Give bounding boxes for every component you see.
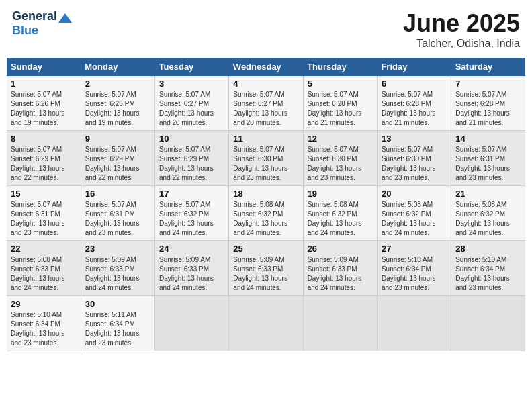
title-area: June 2025 Talcher, Odisha, India [403, 9, 520, 50]
calendar-row: 1 Sunrise: 5:07 AMSunset: 6:26 PMDayligh… [7, 76, 525, 131]
day-detail: Sunrise: 5:07 AMSunset: 6:29 PMDaylight:… [85, 146, 140, 181]
day-detail: Sunrise: 5:07 AMSunset: 6:30 PMDaylight:… [382, 146, 436, 181]
day-number: 8 [11, 134, 77, 144]
day-detail: Sunrise: 5:10 AMSunset: 6:34 PMDaylight:… [455, 256, 510, 291]
table-row: 9 Sunrise: 5:07 AMSunset: 6:29 PMDayligh… [81, 131, 154, 186]
day-number: 9 [85, 134, 150, 144]
logo-blue: Blue [12, 24, 38, 38]
calendar-row: 22 Sunrise: 5:08 AMSunset: 6:33 PMDaylig… [7, 241, 525, 296]
table-row [155, 296, 229, 351]
day-detail: Sunrise: 5:07 AMSunset: 6:28 PMDaylight:… [382, 91, 436, 126]
day-detail: Sunrise: 5:07 AMSunset: 6:28 PMDaylight:… [308, 91, 362, 126]
table-row: 10 Sunrise: 5:07 AMSunset: 6:29 PMDaylig… [155, 131, 229, 186]
calendar-table: Sunday Monday Tuesday Wednesday Thursday… [7, 58, 525, 351]
day-detail: Sunrise: 5:09 AMSunset: 6:33 PMDaylight:… [159, 256, 214, 291]
header-row: Sunday Monday Tuesday Wednesday Thursday… [7, 58, 525, 76]
day-number: 17 [159, 189, 224, 199]
table-row: 8 Sunrise: 5:07 AMSunset: 6:29 PMDayligh… [7, 131, 81, 186]
calendar-row: 15 Sunrise: 5:07 AMSunset: 6:31 PMDaylig… [7, 186, 525, 241]
day-detail: Sunrise: 5:07 AMSunset: 6:31 PMDaylight:… [85, 201, 140, 236]
day-number: 21 [455, 189, 521, 199]
logo-general: General [12, 9, 57, 24]
day-number: 3 [159, 79, 224, 89]
day-number: 12 [308, 134, 373, 144]
table-row: 20 Sunrise: 5:08 AMSunset: 6:32 PMDaylig… [377, 186, 451, 241]
table-row: 1 Sunrise: 5:07 AMSunset: 6:26 PMDayligh… [7, 76, 81, 131]
day-number: 16 [85, 189, 150, 199]
svg-marker-0 [58, 13, 72, 23]
table-row: 27 Sunrise: 5:10 AMSunset: 6:34 PMDaylig… [377, 241, 451, 296]
day-number: 19 [308, 189, 373, 199]
table-row: 19 Sunrise: 5:08 AMSunset: 6:32 PMDaylig… [303, 186, 377, 241]
day-detail: Sunrise: 5:07 AMSunset: 6:29 PMDaylight:… [159, 146, 214, 181]
table-row: 11 Sunrise: 5:07 AMSunset: 6:30 PMDaylig… [229, 131, 303, 186]
day-detail: Sunrise: 5:07 AMSunset: 6:31 PMDaylight:… [11, 201, 65, 236]
day-number: 27 [382, 244, 447, 254]
day-detail: Sunrise: 5:07 AMSunset: 6:27 PMDaylight:… [159, 91, 214, 126]
day-number: 26 [308, 244, 373, 254]
day-detail: Sunrise: 5:07 AMSunset: 6:30 PMDaylight:… [308, 146, 362, 181]
logo: General Blue [12, 9, 72, 38]
col-monday: Monday [81, 58, 154, 76]
table-row: 15 Sunrise: 5:07 AMSunset: 6:31 PMDaylig… [7, 186, 81, 241]
day-number: 6 [382, 79, 447, 89]
day-number: 23 [85, 244, 150, 254]
col-saturday: Saturday [451, 58, 525, 76]
header: General Blue June 2025 Talcher, Odisha, … [7, 7, 525, 52]
day-number: 15 [11, 189, 77, 199]
table-row: 22 Sunrise: 5:08 AMSunset: 6:33 PMDaylig… [7, 241, 81, 296]
col-tuesday: Tuesday [155, 58, 229, 76]
day-detail: Sunrise: 5:09 AMSunset: 6:33 PMDaylight:… [308, 256, 362, 291]
table-row [377, 296, 451, 351]
table-row: 17 Sunrise: 5:07 AMSunset: 6:32 PMDaylig… [155, 186, 229, 241]
table-row: 6 Sunrise: 5:07 AMSunset: 6:28 PMDayligh… [377, 76, 451, 131]
day-number: 25 [233, 244, 298, 254]
table-row: 7 Sunrise: 5:07 AMSunset: 6:28 PMDayligh… [451, 76, 525, 131]
day-detail: Sunrise: 5:11 AMSunset: 6:34 PMDaylight:… [85, 311, 140, 347]
day-detail: Sunrise: 5:07 AMSunset: 6:32 PMDaylight:… [159, 201, 214, 236]
day-number: 30 [85, 299, 150, 309]
day-detail: Sunrise: 5:07 AMSunset: 6:28 PMDaylight:… [455, 91, 510, 126]
table-row: 24 Sunrise: 5:09 AMSunset: 6:33 PMDaylig… [155, 241, 229, 296]
table-row: 3 Sunrise: 5:07 AMSunset: 6:27 PMDayligh… [155, 76, 229, 131]
table-row: 23 Sunrise: 5:09 AMSunset: 6:33 PMDaylig… [81, 241, 154, 296]
day-number: 5 [308, 79, 373, 89]
table-row: 29 Sunrise: 5:10 AMSunset: 6:34 PMDaylig… [7, 296, 81, 351]
table-row: 12 Sunrise: 5:07 AMSunset: 6:30 PMDaylig… [303, 131, 377, 186]
calendar-row: 29 Sunrise: 5:10 AMSunset: 6:34 PMDaylig… [7, 296, 525, 351]
day-detail: Sunrise: 5:10 AMSunset: 6:34 PMDaylight:… [11, 311, 65, 347]
logo-icon [58, 13, 72, 23]
day-number: 29 [11, 299, 77, 309]
col-sunday: Sunday [7, 58, 81, 76]
day-detail: Sunrise: 5:07 AMSunset: 6:26 PMDaylight:… [11, 91, 65, 126]
day-number: 2 [85, 79, 150, 89]
table-row: 13 Sunrise: 5:07 AMSunset: 6:30 PMDaylig… [377, 131, 451, 186]
day-detail: Sunrise: 5:10 AMSunset: 6:34 PMDaylight:… [382, 256, 436, 291]
table-row: 5 Sunrise: 5:07 AMSunset: 6:28 PMDayligh… [303, 76, 377, 131]
day-detail: Sunrise: 5:09 AMSunset: 6:33 PMDaylight:… [233, 256, 287, 291]
table-row: 2 Sunrise: 5:07 AMSunset: 6:26 PMDayligh… [81, 76, 154, 131]
day-number: 7 [455, 79, 521, 89]
day-number: 14 [455, 134, 521, 144]
table-row: 30 Sunrise: 5:11 AMSunset: 6:34 PMDaylig… [81, 296, 154, 351]
day-number: 22 [11, 244, 77, 254]
table-row [229, 296, 303, 351]
day-number: 13 [382, 134, 447, 144]
day-detail: Sunrise: 5:08 AMSunset: 6:32 PMDaylight:… [233, 201, 287, 236]
day-number: 28 [455, 244, 521, 254]
location-subtitle: Talcher, Odisha, India [403, 38, 520, 50]
table-row: 16 Sunrise: 5:07 AMSunset: 6:31 PMDaylig… [81, 186, 154, 241]
day-detail: Sunrise: 5:07 AMSunset: 6:26 PMDaylight:… [85, 91, 140, 126]
table-row [303, 296, 377, 351]
col-wednesday: Wednesday [229, 58, 303, 76]
day-detail: Sunrise: 5:07 AMSunset: 6:31 PMDaylight:… [455, 146, 510, 181]
table-row: 18 Sunrise: 5:08 AMSunset: 6:32 PMDaylig… [229, 186, 303, 241]
table-row: 28 Sunrise: 5:10 AMSunset: 6:34 PMDaylig… [451, 241, 525, 296]
day-detail: Sunrise: 5:07 AMSunset: 6:27 PMDaylight:… [233, 91, 287, 126]
day-detail: Sunrise: 5:08 AMSunset: 6:32 PMDaylight:… [308, 201, 362, 236]
table-row: 25 Sunrise: 5:09 AMSunset: 6:33 PMDaylig… [229, 241, 303, 296]
table-row [451, 296, 525, 351]
day-detail: Sunrise: 5:07 AMSunset: 6:30 PMDaylight:… [233, 146, 287, 181]
page-title: June 2025 [403, 9, 520, 38]
day-number: 11 [233, 134, 298, 144]
